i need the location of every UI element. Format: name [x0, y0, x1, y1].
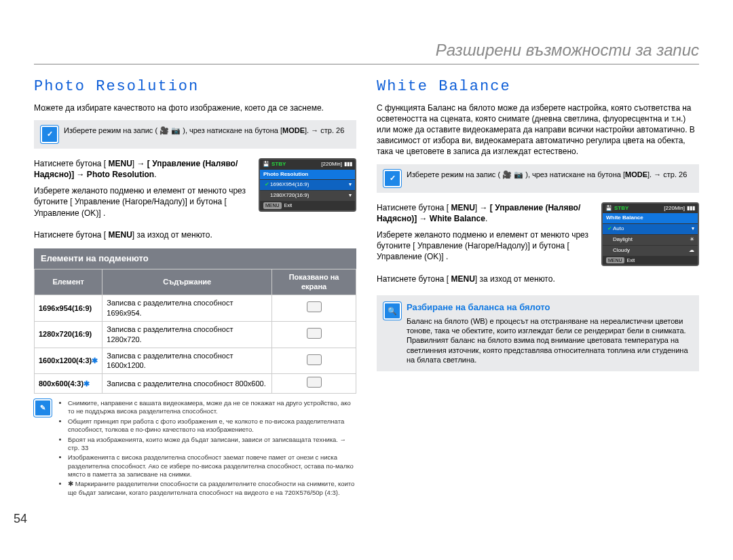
- lcd-footer: MENU Exit: [603, 256, 698, 265]
- intro-right: С функцията Баланс на бялото може да изб…: [377, 102, 699, 157]
- check-icon: ✓: [383, 170, 401, 187]
- time-left: [220Min]: [321, 161, 342, 168]
- section-heading-wb: White Balance: [377, 77, 699, 97]
- mode-label: MODE: [625, 170, 647, 179]
- note-ref: ]. → стр. 26: [305, 126, 344, 134]
- sun-icon: ☀: [690, 236, 694, 244]
- step-1-right: Натиснете бутона [ MENU] → [ Управление …: [377, 202, 595, 224]
- video-icon: 🎥: [502, 170, 512, 179]
- note-box-right: ✓ Изберете режим на запис ( 🎥 📷 ), чрез …: [377, 164, 699, 193]
- note-text-2: ), чрез натискане на бутона [: [525, 170, 625, 179]
- chevron-down-icon: ▾: [692, 225, 694, 233]
- right-column: White Balance С функцията Баланс на бяло…: [377, 77, 699, 498]
- footnote-item: Общият принцип при работа с фото изображ…: [68, 417, 356, 434]
- info-body: Баланс на бялото (WB) е процесът на отст…: [407, 316, 692, 365]
- section-heading-photo: Photo Resolution: [34, 77, 356, 97]
- lcd-option-2: 1280X720(16:9) ▾: [260, 190, 355, 201]
- menu-icon: MENU: [263, 202, 282, 208]
- lcd-option-daylight: Daylight ☀: [603, 234, 698, 245]
- chevron-down-icon: ▾: [349, 192, 352, 200]
- chapter-title: Разширени възможности за запис: [34, 41, 699, 64]
- info-title: Разбиране на баланса на бялото: [407, 302, 692, 314]
- resolution-table: Елемент Съдържание Показвано на екрана 1…: [34, 269, 356, 394]
- lcd-option-auto: ✔ Auto ▾: [603, 223, 698, 234]
- step-2-right: Изберете желаното подменю и елемент от м…: [377, 229, 595, 263]
- submenu-header: Елементи на подменюто: [34, 248, 356, 269]
- left-column: Photo Resolution Можете да избирате каче…: [34, 77, 356, 498]
- th-display: Показвано на екрана: [272, 269, 356, 295]
- memory-icon: 💾: [263, 161, 269, 168]
- lcd-option-cloudy: Cloudy ☁: [603, 245, 698, 256]
- stby-label: STBY: [271, 161, 286, 168]
- footnote-left: ✎ Снимките, направени с вашата видеокаме…: [34, 399, 356, 498]
- lcd-menu-title: White Balance: [603, 213, 698, 223]
- check-icon: ✔: [606, 225, 613, 233]
- check-icon: ✔: [263, 181, 270, 189]
- mode-label: MODE: [282, 126, 305, 134]
- footnote-item: Изображенията с висока разделителна спос…: [68, 453, 356, 479]
- footnote-item: Броят на изображенията, които може да бъ…: [68, 436, 356, 453]
- note-ref: ]. → стр. 26: [647, 170, 687, 179]
- memory-icon: 💾: [605, 205, 612, 212]
- step-3-left: Натиснете бутона [ MENU] за изход от мен…: [34, 229, 356, 240]
- table-row: 800x600(4:3)✱Записва с разделителна спос…: [35, 374, 356, 394]
- resolution-icon: [307, 354, 322, 365]
- info-icon: ✎: [34, 399, 52, 417]
- resolution-icon: [307, 328, 322, 339]
- footnote-item: Снимките, направени с вашата видеокамера…: [68, 399, 356, 416]
- time-left: [220Min]: [664, 205, 685, 212]
- table-row: 1696x954(16:9)Записва с разделителна спо…: [35, 295, 356, 322]
- stby-label: STBY: [614, 205, 628, 212]
- lcd-menu-title: Photo Resolution: [260, 170, 355, 180]
- wb-info-box: 🔍 Разбиране на баланса на бялото Баланс …: [377, 295, 699, 371]
- battery-icon: ▮▮▮: [344, 161, 352, 168]
- chevron-down-icon: ▾: [349, 181, 352, 189]
- table-row: 1280x720(16:9)Записва с разделителна спо…: [35, 321, 356, 348]
- step-2-left: Изберете желаното подменю и елемент от м…: [34, 185, 252, 219]
- battery-icon: ▮▮▮: [687, 205, 695, 212]
- note-text: Изберете режим на запис (: [64, 126, 159, 134]
- magnifier-icon: 🔍: [383, 302, 401, 320]
- table-row: 1600x1200(4:3)✱Записва с разделителна сп…: [35, 348, 356, 374]
- page-number: 54: [14, 512, 27, 526]
- step-1-left: Натиснете бутона [ MENU] → [ Управление …: [34, 158, 252, 180]
- step-3-right: Натиснете бутона [ MENU] за изход от мен…: [377, 274, 699, 284]
- note-text: Изберете режим на запис (: [407, 170, 502, 179]
- resolution-icon: [307, 377, 322, 388]
- lcd-screenshot-wb: 💾 STBY [220Min] ▮▮▮ White Balance ✔ Auto…: [601, 202, 699, 266]
- note-box-left: ✓ Изберете режим на запис ( 🎥 📷 ), чрез …: [34, 120, 356, 149]
- th-content: Съдържание: [102, 269, 272, 295]
- lcd-screenshot-photo: 💾 STBY [220Min] ▮▮▮ Photo Resolution ✔ 1…: [259, 158, 356, 212]
- note-text-2: ), чрез натискане на бутона [: [183, 126, 282, 134]
- check-icon: ✓: [41, 126, 58, 143]
- lcd-option-1: ✔ 1696X954(16:9) ▾: [260, 179, 355, 190]
- camera-icon: 📷: [171, 126, 181, 134]
- camera-icon: 📷: [514, 170, 523, 179]
- intro-left: Можете да избирате качеството на фото из…: [34, 102, 356, 113]
- footnote-item: ✱ Маркираните разделителни способности с…: [68, 480, 356, 497]
- menu-icon: MENU: [606, 257, 624, 263]
- lcd-footer: MENU Exit: [260, 201, 355, 210]
- video-icon: 🎥: [159, 126, 169, 134]
- cloud-icon: ☁: [689, 247, 694, 255]
- th-element: Елемент: [35, 269, 102, 295]
- resolution-icon: [307, 301, 322, 312]
